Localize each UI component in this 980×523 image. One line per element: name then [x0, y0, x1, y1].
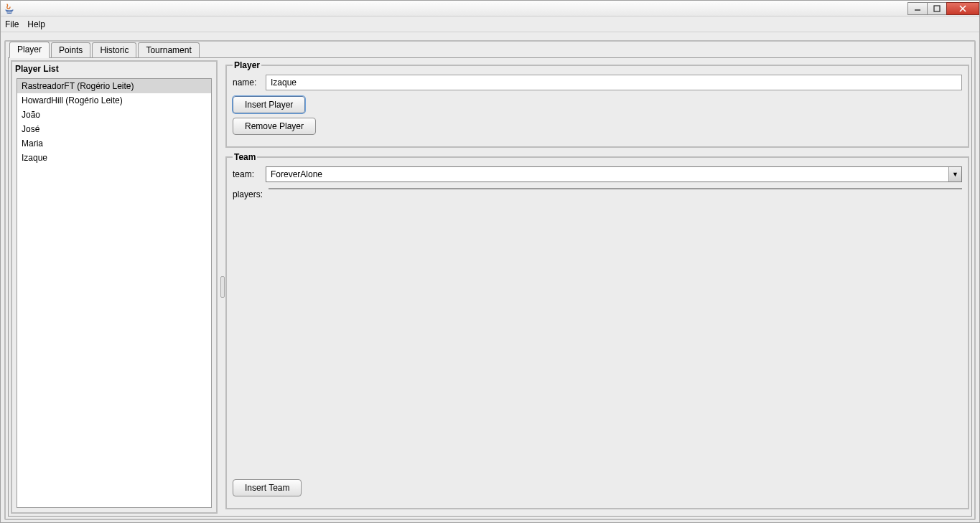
list-item[interactable]: HowardHill (Rogério Leite)	[17, 93, 211, 108]
player-list-title: Player List	[12, 62, 216, 76]
right-panel: Player name: Insert Player Remove Player…	[225, 60, 969, 514]
tab-points[interactable]: Points	[51, 42, 90, 58]
remove-player-button[interactable]: Remove Player	[233, 118, 316, 135]
insert-player-button[interactable]: Insert Player	[233, 96, 305, 113]
team-label: team:	[233, 169, 266, 179]
titlebar	[1, 1, 979, 17]
tab-historic[interactable]: Historic	[92, 42, 136, 58]
list-item[interactable]: José	[17, 122, 211, 136]
team-combobox-value: ForeverAlone	[266, 167, 948, 182]
minimize-button[interactable]	[907, 2, 928, 15]
team-players-textarea[interactable]	[269, 188, 962, 189]
maximize-button[interactable]	[927, 2, 947, 15]
tab-tournament[interactable]: Tournament	[138, 42, 199, 58]
menubar: File Help	[1, 17, 979, 32]
player-name-label: name:	[233, 77, 266, 88]
list-item[interactable]: João	[17, 108, 211, 122]
player-listbox[interactable]: RastreadorFT (Rogério Leite)HowardHill (…	[17, 78, 212, 508]
team-form: Team team: ForeverAlone ▼ players: Inser…	[225, 152, 969, 509]
menu-file[interactable]: File	[5, 19, 19, 29]
insert-team-button[interactable]: Insert Team	[233, 479, 302, 496]
player-form-legend: Player	[233, 60, 261, 70]
tab-row: Player Points Historic Tournament	[6, 41, 974, 58]
team-combobox[interactable]: ForeverAlone ▼	[266, 166, 962, 182]
grip-icon	[220, 276, 225, 298]
split-handle[interactable]	[220, 58, 225, 516]
player-list-panel: Player List RastreadorFT (Rogério Leite)…	[11, 60, 218, 514]
players-label: players:	[233, 188, 266, 199]
java-icon	[4, 3, 15, 14]
player-form: Player name: Insert Player Remove Player	[225, 60, 969, 148]
app-window: File Help Player Points Historic Tournam…	[0, 0, 980, 523]
svg-rect-1	[934, 6, 940, 11]
chevron-down-icon: ▼	[948, 167, 961, 182]
content-frame: Player Points Historic Tournament Player…	[4, 40, 976, 520]
player-name-input[interactable]	[266, 75, 962, 90]
list-item[interactable]: RastreadorFT (Rogério Leite)	[17, 79, 211, 93]
tab-content: Player List RastreadorFT (Rogério Leite)…	[8, 57, 972, 517]
menu-help[interactable]: Help	[27, 19, 45, 29]
close-button[interactable]	[946, 2, 979, 15]
team-form-legend: Team	[233, 152, 257, 162]
list-item[interactable]: Izaque	[17, 151, 211, 165]
window-controls	[908, 2, 979, 15]
tab-player[interactable]: Player	[9, 42, 50, 58]
list-item[interactable]: Maria	[17, 136, 211, 151]
